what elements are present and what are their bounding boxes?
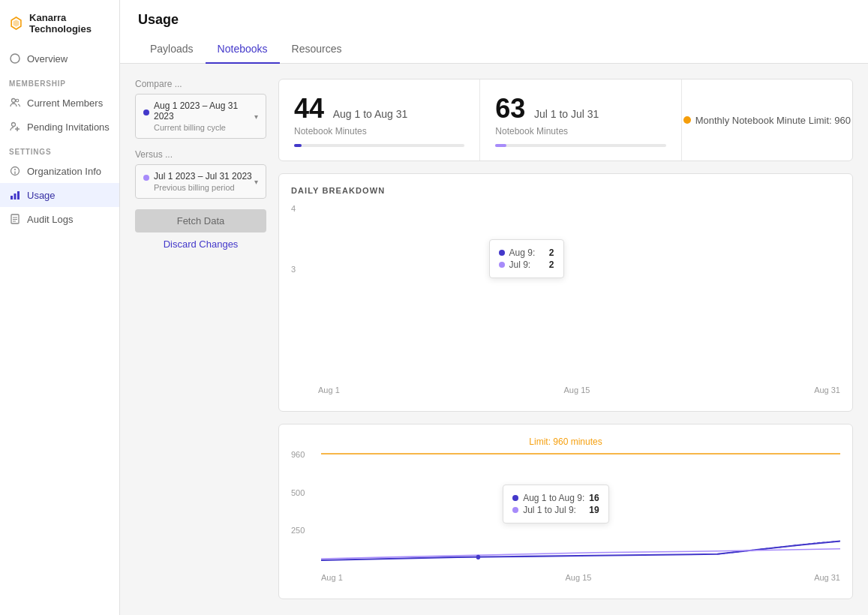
versus-dropdown[interactable]: Jul 1 2023 – Jul 31 2023 Previous billin… (135, 164, 266, 199)
current-stat-period: Aug 1 to Aug 31 (333, 108, 408, 120)
brand-icon (9, 14, 23, 32)
tooltip-dot-aug (499, 250, 505, 256)
svg-point-3 (12, 99, 16, 103)
svg-rect-13 (17, 191, 20, 200)
svg-point-5 (12, 123, 16, 127)
controls-panel: Compare ... Aug 1 2023 – Aug 31 2023 Cur… (135, 79, 266, 611)
compare-dropdown[interactable]: Aug 1 2023 – Aug 31 2023 Current billing… (135, 94, 266, 139)
sidebar-item-overview[interactable]: Overview (0, 46, 119, 70)
content-area: Compare ... Aug 1 2023 – Aug 31 2023 Cur… (120, 64, 868, 615)
discard-changes-link[interactable]: Discard Changes (135, 238, 266, 250)
audit-logs-icon (9, 213, 21, 225)
cum-tooltip-dot-jul (512, 507, 518, 513)
usage-label: Usage (27, 190, 56, 201)
daily-y-labels: 4 3 (291, 204, 315, 376)
audit-logs-label: Audit Logs (27, 214, 73, 225)
versus-dot (143, 175, 149, 181)
sidebar-item-audit-logs[interactable]: Audit Logs (0, 207, 119, 231)
svg-marker-1 (14, 20, 20, 27)
compare-period-label: Aug 1 2023 – Aug 31 2023 (143, 100, 254, 122)
tooltip-aug-key: Aug 9: (509, 248, 545, 258)
prev-stat-value: 63 (495, 93, 525, 124)
sidebar-item-org-info[interactable]: Organization Info (0, 159, 119, 183)
cum-tooltip-aug-key: Aug 1 to Aug 9: (523, 493, 584, 503)
versus-period-label: Jul 1 2023 – Jul 31 2023 (143, 171, 252, 182)
tooltip-dot-jul (499, 262, 505, 268)
daily-tooltip: Aug 9: 2 Jul 9: 2 (489, 239, 564, 278)
compare-chevron-icon: ▾ (254, 112, 258, 121)
svg-point-9 (14, 169, 16, 170)
cumulative-chart: Limit: 960 minutes 960 500 250 (291, 436, 840, 586)
cum-y-labels: 960 500 250 (291, 450, 318, 564)
pending-invitations-label: Pending Invitations (27, 122, 110, 133)
cum-tooltip-jul-val: 19 (589, 505, 599, 515)
cum-tooltip-aug-val: 16 (589, 493, 599, 503)
sidebar-item-members[interactable]: Current Members (0, 91, 119, 115)
org-info-icon (9, 165, 21, 177)
prev-stat-card: 63 Jul 1 to Jul 31 Notebook Minutes (480, 80, 681, 160)
svg-point-19 (476, 555, 480, 560)
membership-section: MEMBERSHIP (0, 70, 119, 91)
versus-dropdown-content: Jul 1 2023 – Jul 31 2023 Previous billin… (143, 171, 254, 192)
sidebar-item-usage[interactable]: Usage (0, 183, 119, 207)
compare-label: Compare ... (135, 79, 266, 89)
cum-tooltip-jul-key: Jul 1 to Jul 9: (523, 505, 584, 515)
prev-stat-sublabel: Notebook Minutes (495, 126, 665, 136)
daily-bar-area (318, 204, 840, 376)
prev-stat-bar-bg (495, 144, 665, 147)
members-icon (9, 97, 21, 109)
current-stat-bar-bg (294, 144, 464, 147)
brand: Kanarra Technologies (0, 12, 119, 46)
current-stat-card: 44 Aug 1 to Aug 31 Notebook Minutes (279, 80, 480, 160)
overview-label: Overview (27, 53, 68, 64)
current-stat-header: 44 Aug 1 to Aug 31 (294, 93, 464, 124)
versus-label: Versus ... (135, 149, 266, 160)
cum-tooltip: Aug 1 to Aug 9: 16 Jul 1 to Jul 9: 19 (503, 484, 608, 524)
daily-chart-title: DAILY BREAKDOWN (291, 186, 840, 195)
prev-stat-period: Jul 1 to Jul 31 (534, 108, 599, 120)
current-stat-value: 44 (294, 93, 324, 124)
usage-icon (9, 189, 21, 201)
limit-dot (683, 116, 691, 124)
svg-point-2 (11, 54, 20, 63)
compare-dot (143, 110, 149, 116)
brand-name: Kanarra Technologies (29, 12, 110, 34)
sidebar-item-invitations[interactable]: Pending Invitations (0, 115, 119, 139)
overview-icon (9, 52, 21, 64)
tooltip-jul-key: Jul 9: (509, 260, 545, 270)
tab-notebooks[interactable]: Notebooks (206, 37, 280, 64)
daily-x-labels: Aug 1 Aug 15 Aug 31 (318, 381, 840, 399)
limit-indicator: Monthly Notebook Minute Limit: 960 (682, 80, 852, 160)
versus-period-sub: Previous billing period (143, 183, 235, 192)
cumulative-chart-section: Limit: 960 minutes 960 500 250 (278, 424, 853, 599)
versus-chevron-icon: ▾ (254, 178, 258, 186)
org-info-label: Organization Info (27, 166, 101, 177)
tabs: Payloads Notebooks Resources (138, 37, 850, 63)
invitations-icon (9, 121, 21, 133)
fetch-data-button[interactable]: Fetch Data (135, 209, 266, 232)
tooltip-jul-val: 2 (549, 260, 554, 270)
sidebar: Kanarra Technologies Overview MEMBERSHIP… (0, 0, 120, 615)
limit-line-label: Limit: 960 minutes (291, 436, 840, 447)
daily-bar-chart: 4 3 Aug 9: 2 (291, 204, 840, 399)
cum-chart-area: Aug 1 to Aug 9: 16 Jul 1 to Jul 9: 19 (321, 450, 840, 564)
tab-resources[interactable]: Resources (280, 37, 354, 64)
stats-row: 44 Aug 1 to Aug 31 Notebook Minutes 63 J… (278, 79, 853, 161)
prev-stat-bar-fill (495, 144, 506, 147)
svg-point-4 (16, 99, 19, 102)
cum-x-labels: Aug 1 Aug 15 Aug 31 (321, 568, 840, 586)
page-header: Usage Payloads Notebooks Resources (120, 0, 868, 64)
compare-period-sub: Current billing cycle (143, 123, 226, 132)
main-content: Usage Payloads Notebooks Resources Compa… (120, 0, 868, 615)
current-stat-bar-fill (294, 144, 302, 147)
tab-payloads[interactable]: Payloads (138, 37, 206, 64)
current-stat-sublabel: Notebook Minutes (294, 126, 464, 136)
page-title: Usage (138, 12, 850, 28)
cum-tooltip-dot-aug (512, 495, 518, 501)
prev-stat-header: 63 Jul 1 to Jul 31 (495, 93, 665, 124)
daily-chart-section: DAILY BREAKDOWN 4 3 (278, 173, 853, 412)
right-panel: 44 Aug 1 to Aug 31 Notebook Minutes 63 J… (278, 79, 853, 611)
current-members-label: Current Members (27, 98, 103, 109)
limit-label: Monthly Notebook Minute Limit: 960 (695, 115, 851, 126)
svg-rect-12 (14, 194, 17, 200)
